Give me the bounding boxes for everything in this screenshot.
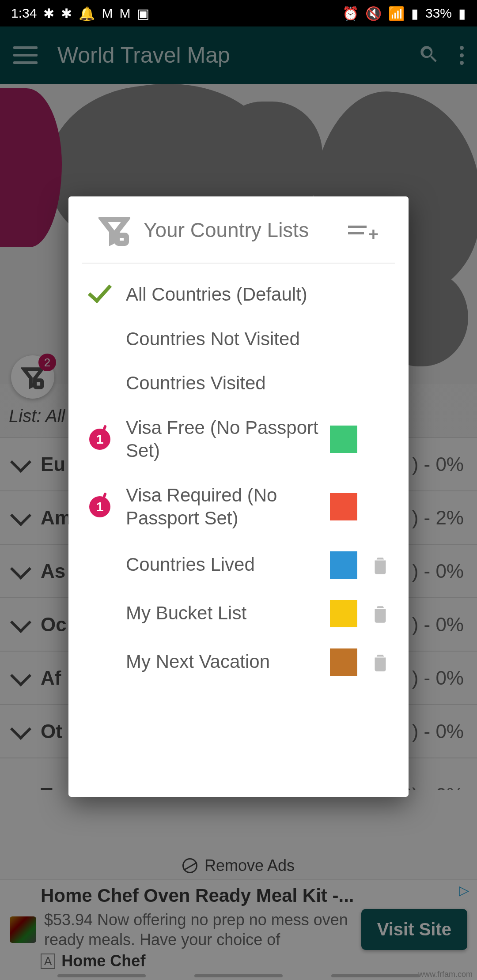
gmail-icon: M (119, 6, 130, 21)
status-time: 1:34 (11, 6, 37, 21)
color-swatch (330, 551, 357, 579)
add-list-icon[interactable]: + (348, 221, 379, 239)
check-icon (88, 279, 112, 303)
slack-icon: ✱ (43, 6, 54, 21)
image-icon: ▣ (137, 6, 149, 21)
list-item-label: Visa Free (No Passport Set) (126, 416, 319, 463)
color-swatch (330, 648, 357, 676)
gmail-icon: M (102, 6, 113, 21)
statusbar: 1:34 ✱ ✱ 🔔 M M ▣ ⏰ 🔇 📶 ▮ 33% ▮ (0, 0, 477, 26)
list-item-bucket-list[interactable]: My Bucket List (84, 589, 393, 638)
wifi-icon: 📶 (388, 6, 405, 21)
list-item-label: My Bucket List (126, 602, 319, 625)
color-swatch (330, 426, 357, 453)
list-item-visited[interactable]: Countries Visited (84, 361, 393, 406)
delete-icon[interactable] (368, 553, 393, 577)
list-item-visa-required[interactable]: 1 Visa Required (No Passport Set) (84, 473, 393, 541)
status-battery: 33% (425, 6, 452, 21)
list-item-label: My Next Vacation (126, 650, 319, 674)
signal-icon: ▮ (411, 6, 419, 21)
list-item-label: Visa Required (No Passport Set) (126, 484, 319, 530)
delete-icon[interactable] (368, 650, 393, 675)
battery-icon: ▮ (458, 6, 466, 21)
list-item-label: Countries Lived (126, 553, 319, 577)
filter-icon (98, 214, 130, 246)
list-item-label: All Countries (Default) (126, 283, 322, 306)
list-item-countries-lived[interactable]: Countries Lived (84, 541, 393, 589)
svg-rect-1 (117, 235, 126, 243)
list-item-not-visited[interactable]: Countries Not Visited (84, 317, 393, 362)
alarm-icon: ⏰ (342, 6, 359, 21)
mute-icon: 🔇 (365, 6, 382, 21)
list-item-label: Countries Visited (126, 372, 322, 395)
list-item-label: Countries Not Visited (126, 328, 322, 351)
modal-title: Your Country Lists (144, 218, 335, 242)
slack-icon: ✱ (61, 6, 72, 21)
list-item-visa-free[interactable]: 1 Visa Free (No Passport Set) (84, 406, 393, 473)
bell-icon: 🔔 (79, 6, 95, 21)
list-item-all-countries[interactable]: All Countries (Default) (84, 272, 393, 317)
color-swatch (330, 600, 357, 627)
color-swatch (330, 493, 357, 520)
list-item-next-vacation[interactable]: My Next Vacation (84, 638, 393, 686)
warning-badge: 1 (89, 496, 110, 517)
country-lists-modal: Your Country Lists + All Countries (Defa… (68, 196, 409, 797)
delete-icon[interactable] (368, 601, 393, 626)
warning-badge: 1 (89, 429, 110, 450)
